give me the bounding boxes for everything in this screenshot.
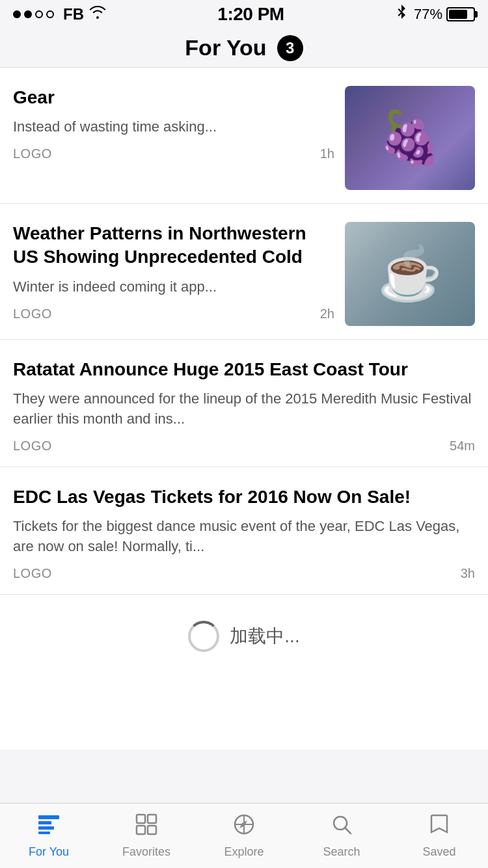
favorites-icon <box>135 813 158 841</box>
search-icon <box>330 813 353 841</box>
article-excerpt-2: Winter is indeed coming it app... <box>13 277 334 297</box>
article-meta-3: LOGO 54m <box>13 439 475 454</box>
article-title-1: Gear <box>13 86 334 109</box>
article-text-1: Gear Instead of wasting time asking... L… <box>13 86 334 161</box>
tab-search[interactable]: Search <box>293 804 390 868</box>
svg-line-12 <box>345 828 351 834</box>
article-source-3: LOGO <box>13 439 52 454</box>
article-source-4: LOGO <box>13 566 52 581</box>
svg-rect-1 <box>38 821 51 824</box>
tab-favorites-label: Favorites <box>122 845 170 859</box>
svg-rect-2 <box>38 826 54 830</box>
article-source-2: LOGO <box>13 306 52 321</box>
signal-dot-2 <box>24 10 32 18</box>
status-bar: FB 1:20 PM 77% <box>0 0 488 29</box>
article-image-1 <box>345 86 475 190</box>
tab-bar: For You Favorites Explore <box>0 803 488 868</box>
svg-rect-3 <box>38 832 50 834</box>
article-time-1: 1h <box>320 146 334 161</box>
article-image-2 <box>345 222 475 326</box>
article-meta-4: LOGO 3h <box>13 566 475 581</box>
article-meta-2: LOGO 2h <box>13 306 334 321</box>
article-title-2: Weather Patterns in Northwestern US Show… <box>13 222 334 269</box>
tab-for-you[interactable]: For You <box>0 804 98 868</box>
page-header: For You 3 <box>0 29 488 68</box>
article-meta-1: LOGO 1h <box>13 146 334 161</box>
article-item[interactable]: Gear Instead of wasting time asking... L… <box>0 68 488 204</box>
article-time-2: 2h <box>320 306 334 321</box>
signal-dot-3 <box>35 10 43 18</box>
svg-rect-5 <box>148 815 156 823</box>
explore-icon <box>232 813 256 841</box>
tab-favorites[interactable]: Favorites <box>98 804 195 868</box>
svg-rect-0 <box>38 815 59 819</box>
article-excerpt-1: Instead of wasting time asking... <box>13 117 334 137</box>
article-time-4: 3h <box>461 566 475 581</box>
article-text-2: Weather Patterns in Northwestern US Show… <box>13 222 334 321</box>
page-title: For You <box>185 35 266 61</box>
bluetooth-icon <box>396 5 407 24</box>
signal-dots <box>13 10 54 18</box>
saved-icon <box>427 813 451 841</box>
tab-explore[interactable]: Explore <box>195 804 293 868</box>
article-title-4: EDC Las Vegas Tickets for 2016 Now On Sa… <box>13 485 475 509</box>
tab-saved-label: Saved <box>422 845 455 859</box>
bottom-spacer <box>0 678 488 750</box>
tab-explore-label: Explore <box>224 845 264 859</box>
wifi-icon <box>89 6 106 23</box>
battery-container: 77% <box>414 6 475 23</box>
svg-rect-4 <box>137 815 145 823</box>
coffee-image <box>345 222 475 326</box>
article-title-3: Ratatat Announce Huge 2015 East Coast To… <box>13 358 475 381</box>
article-source-1: LOGO <box>13 146 52 161</box>
tab-saved[interactable]: Saved <box>390 804 488 868</box>
article-item-4[interactable]: EDC Las Vegas Tickets for 2016 Now On Sa… <box>0 467 488 595</box>
battery-icon <box>446 7 475 21</box>
tab-for-you-label: For You <box>29 845 69 859</box>
status-time: 1:20 PM <box>217 4 284 25</box>
article-time-3: 54m <box>450 439 475 454</box>
badge-count: 3 <box>286 39 294 57</box>
status-left: FB <box>13 5 106 23</box>
loading-spinner <box>188 621 219 652</box>
loading-section: 加载中... <box>0 595 488 678</box>
signal-dot-4 <box>46 10 54 18</box>
notification-badge[interactable]: 3 <box>277 35 303 61</box>
svg-rect-7 <box>148 826 156 834</box>
article-item-2[interactable]: Weather Patterns in Northwestern US Show… <box>0 204 488 340</box>
grapes-image <box>345 86 475 190</box>
tab-search-label: Search <box>323 845 360 859</box>
carrier-label: FB <box>63 5 84 23</box>
battery-fill <box>449 10 467 19</box>
status-right: 77% <box>396 5 475 24</box>
signal-dot-1 <box>13 10 21 18</box>
content-area: Gear Instead of wasting time asking... L… <box>0 68 488 750</box>
svg-rect-6 <box>137 826 145 834</box>
article-item-3[interactable]: Ratatat Announce Huge 2015 East Coast To… <box>0 340 488 467</box>
battery-percent: 77% <box>414 6 442 23</box>
loading-text: 加载中... <box>230 624 299 649</box>
article-excerpt-4: Tickets for the biggest dance music even… <box>13 517 475 557</box>
for-you-icon <box>37 813 61 841</box>
article-excerpt-3: They were announced for the lineup of th… <box>13 389 475 429</box>
